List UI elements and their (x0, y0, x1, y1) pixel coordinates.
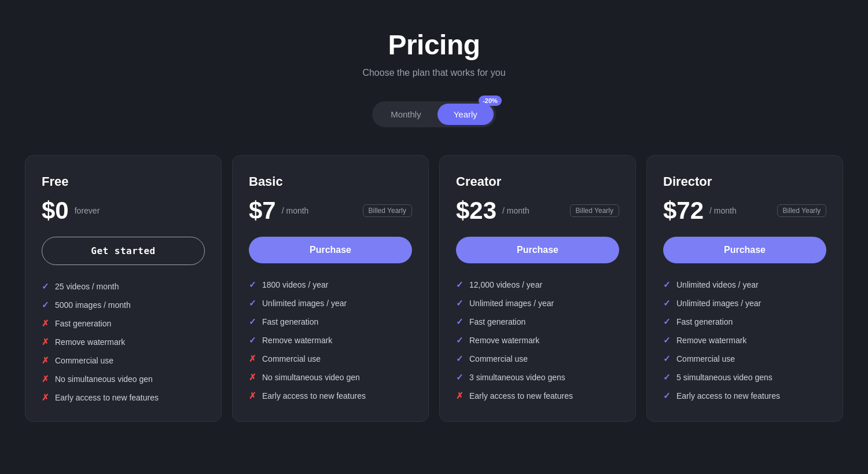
feature-item: ✓Early access to new features (663, 391, 826, 401)
feature-text: Early access to new features (469, 391, 573, 400)
feature-item: ✓1800 videos / year (249, 280, 412, 290)
feature-text: 1800 videos / year (262, 280, 328, 289)
feature-item: ✓Remove watermark (249, 335, 412, 346)
x-icon: ✗ (249, 391, 256, 401)
feature-text: Early access to new features (55, 393, 159, 402)
feature-text: 25 videos / month (55, 282, 119, 291)
discount-badge: -20% (479, 95, 502, 106)
feature-item: ✗Remove watermark (42, 337, 205, 347)
x-icon: ✗ (42, 374, 49, 384)
cta-button-basic[interactable]: Purchase (249, 237, 412, 263)
check-icon: ✓ (249, 298, 256, 308)
page-subtitle: Choose the plan that works for you (362, 68, 505, 78)
check-icon: ✓ (456, 298, 464, 308)
check-icon: ✓ (456, 280, 464, 290)
feature-text: Fast generation (55, 319, 111, 328)
feature-item: ✓Unlimited images / year (249, 298, 412, 308)
feature-item: ✗Early access to new features (456, 391, 619, 401)
cta-button-director[interactable]: Purchase (663, 237, 826, 263)
cta-button-free[interactable]: Get started (42, 237, 205, 265)
plan-name-free: Free (42, 174, 205, 189)
feature-item: ✗Fast generation (42, 318, 205, 329)
check-icon: ✓ (663, 317, 671, 327)
feature-item: ✓Remove watermark (456, 335, 619, 346)
feature-item: ✓Fast generation (249, 317, 412, 327)
price-row-creator: $23/ monthBilled Yearly (456, 199, 619, 223)
feature-item: ✓Unlimited images / year (456, 298, 619, 308)
feature-item: ✓Fast generation (663, 317, 826, 327)
check-icon: ✓ (249, 280, 256, 290)
feature-item: ✓25 videos / month (42, 281, 205, 292)
feature-item: ✓12,000 videos / year (456, 280, 619, 290)
plan-card-director: Director$72/ monthBilled YearlyPurchase✓… (646, 155, 843, 422)
feature-item: ✓3 simultaneous video gens (456, 372, 619, 383)
price-period-basic: / month (282, 206, 309, 215)
price-row-director: $72/ monthBilled Yearly (663, 199, 826, 223)
check-icon: ✓ (663, 391, 671, 401)
feature-text: Remove watermark (676, 336, 746, 345)
feature-item: ✗No simultaneous video gen (42, 374, 205, 384)
feature-text: Remove watermark (469, 336, 539, 345)
check-icon: ✓ (663, 298, 671, 308)
plan-card-creator: Creator$23/ monthBilled YearlyPurchase✓1… (439, 155, 636, 422)
price-amount-free: $0 (42, 199, 69, 223)
plan-name-creator: Creator (456, 174, 619, 189)
feature-text: Early access to new features (262, 391, 366, 400)
x-icon: ✗ (42, 355, 49, 366)
feature-item: ✓5000 images / month (42, 300, 205, 310)
x-icon: ✗ (42, 337, 49, 347)
cta-button-creator[interactable]: Purchase (456, 237, 619, 263)
plan-name-director: Director (663, 174, 826, 189)
page-title: Pricing (388, 29, 480, 61)
feature-text: Early access to new features (676, 391, 780, 400)
feature-item: ✗Early access to new features (42, 392, 205, 403)
feature-item: ✓Commercial use (456, 354, 619, 364)
feature-text: 12,000 videos / year (469, 280, 542, 289)
feature-item: ✓Unlimited videos / year (663, 280, 826, 290)
feature-text: No simultaneous video gen (55, 374, 153, 384)
feature-text: Fast generation (469, 317, 525, 326)
feature-text: Fast generation (262, 317, 318, 326)
price-amount-creator: $23 (456, 199, 496, 223)
check-icon: ✓ (249, 317, 256, 327)
feature-item: ✗Commercial use (42, 355, 205, 366)
plan-card-basic: Basic$7/ monthBilled YearlyPurchase✓1800… (232, 155, 429, 422)
feature-text: 5 simultaneous video gens (676, 373, 773, 382)
price-period-free: forever (75, 206, 100, 215)
billed-badge-basic: Billed Yearly (363, 204, 412, 217)
feature-item: ✓Commercial use (663, 354, 826, 364)
price-amount-basic: $7 (249, 199, 276, 223)
feature-text: Fast generation (676, 317, 733, 326)
feature-list-director: ✓Unlimited videos / year✓Unlimited image… (663, 280, 826, 401)
yearly-toggle[interactable]: Yearly -20% (437, 104, 494, 125)
price-row-free: $0forever (42, 199, 205, 223)
feature-text: Commercial use (262, 354, 321, 363)
price-amount-director: $72 (663, 199, 704, 223)
feature-list-free: ✓25 videos / month✓5000 images / month✗F… (42, 281, 205, 403)
feature-item: ✗Commercial use (249, 354, 412, 364)
check-icon: ✓ (42, 281, 49, 292)
check-icon: ✓ (456, 317, 464, 327)
check-icon: ✓ (456, 354, 464, 364)
feature-text: Commercial use (676, 354, 735, 363)
check-icon: ✓ (456, 372, 464, 383)
price-row-basic: $7/ monthBilled Yearly (249, 199, 412, 223)
check-icon: ✓ (42, 300, 49, 310)
feature-text: Remove watermark (55, 337, 125, 347)
billing-toggle: Monthly Yearly -20% (372, 101, 496, 127)
monthly-toggle[interactable]: Monthly (374, 104, 437, 125)
feature-text: Unlimited images / year (676, 299, 761, 308)
plan-name-basic: Basic (249, 174, 412, 189)
feature-text: Unlimited images / year (469, 299, 554, 308)
feature-item: ✓Unlimited images / year (663, 298, 826, 308)
check-icon: ✓ (663, 354, 671, 364)
plan-card-free: Free$0foreverGet started✓25 videos / mon… (25, 155, 222, 422)
feature-text: 3 simultaneous video gens (469, 373, 565, 382)
feature-text: No simultaneous video gen (262, 373, 360, 382)
feature-text: 5000 images / month (55, 300, 131, 310)
billed-badge-creator: Billed Yearly (570, 204, 619, 217)
x-icon: ✗ (42, 392, 49, 403)
check-icon: ✓ (663, 335, 671, 346)
feature-list-creator: ✓12,000 videos / year✓Unlimited images /… (456, 280, 619, 401)
pricing-cards: Free$0foreverGet started✓25 videos / mon… (17, 155, 851, 422)
